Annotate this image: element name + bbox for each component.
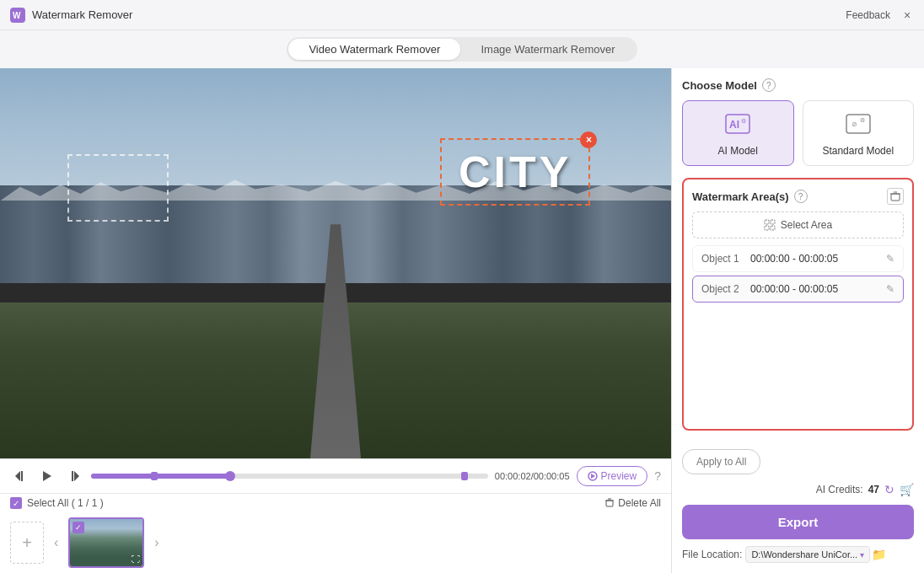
watermark-text: CITY [459, 147, 572, 197]
object1-edit-icon[interactable]: ✎ [886, 253, 894, 265]
svg-rect-18 [891, 194, 900, 201]
trim-left-handle[interactable] [151, 472, 158, 480]
object2-label: Object 2 [701, 283, 744, 295]
play-button[interactable] [37, 466, 57, 486]
svg-text:⊘: ⊘ [851, 120, 857, 128]
ai-credits-label: AI Credits: [816, 484, 863, 495]
object1-time: 00:00:00 - 00:00:05 [750, 253, 886, 265]
thumbnail-item[interactable]: ✓ ⛶ [68, 517, 144, 568]
file-path: D:\Wondershare UniCor... ▾ 📁 [745, 546, 914, 563]
close-button[interactable]: × [900, 8, 914, 22]
object-row-1[interactable]: Object 1 00:00:00 - 00:00:05 ✎ [692, 245, 904, 272]
standard-model-label: Standard Model [822, 145, 894, 157]
ai-model-card[interactable]: AI ⚙ AI Model [682, 100, 794, 166]
refresh-icon[interactable]: ↻ [884, 483, 894, 496]
filmstrip-top: ✓ Select All ( 1 / 1 ) Delete All [0, 493, 671, 512]
svg-marker-5 [74, 471, 79, 481]
progress-handle[interactable] [225, 471, 235, 481]
file-path-value: D:\Wondershare UniCor... [751, 549, 857, 560]
object2-time: 00:00:00 - 00:00:05 [750, 283, 886, 295]
delete-all-label: Delete All [618, 497, 661, 509]
video-panel: CITY × 00:00:02/00:00:05 [0, 68, 671, 573]
tab-video[interactable]: Video Watermark Remover [288, 39, 460, 60]
road [310, 224, 361, 458]
watermark-areas-title: Watermark Area(s) [692, 190, 789, 203]
main-content: CITY × 00:00:02/00:00:05 [0, 68, 924, 573]
watermark-overlay[interactable]: CITY × [440, 138, 590, 206]
video-controls: 00:00:02/00:00:05 Preview ? [0, 458, 671, 493]
folder-icon[interactable]: 📁 [872, 548, 886, 561]
svg-marker-8 [591, 474, 595, 479]
select-all-label: Select All ( 1 / 1 ) [27, 497, 104, 509]
file-path-text[interactable]: D:\Wondershare UniCor... ▾ [745, 546, 870, 563]
tab-group: Video Watermark Remover Image Watermark … [287, 37, 637, 62]
watermark-title-group: Watermark Area(s) ? [692, 190, 808, 203]
skip-forward-button[interactable] [64, 466, 84, 486]
choose-model-header: Choose Model ? [682, 78, 914, 92]
select-all-checkbox[interactable]: ✓ Select All ( 1 / 1 ) [10, 497, 104, 509]
svg-marker-4 [43, 471, 51, 481]
svg-rect-3 [21, 471, 23, 481]
tab-image[interactable]: Image Watermark Remover [460, 39, 635, 60]
select-area-button[interactable]: Select Area [692, 212, 904, 238]
right-panel: Choose Model ? AI ⚙ AI Model [671, 68, 924, 573]
standard-model-card[interactable]: ⊘ ⚙ Standard Model [803, 100, 915, 166]
svg-rect-21 [765, 220, 769, 224]
select-area-label: Select Area [781, 219, 832, 231]
object2-edit-icon[interactable]: ✎ [886, 283, 894, 295]
ai-credits: AI Credits: 47 ↻ 🛒 [682, 483, 914, 496]
choose-model-title: Choose Model [682, 79, 757, 92]
ai-credits-value: 47 [868, 484, 879, 495]
tab-bar: Video Watermark Remover Image Watermark … [0, 30, 924, 68]
cart-icon[interactable]: 🛒 [900, 483, 914, 496]
road-scene [0, 68, 671, 458]
watermark-areas-help[interactable]: ? [794, 190, 808, 203]
preview-button[interactable]: Preview [577, 466, 648, 486]
choose-model-help[interactable]: ? [762, 78, 776, 92]
help-icon[interactable]: ? [654, 469, 661, 483]
expand-icon[interactable]: ⛶ [132, 554, 140, 564]
export-button[interactable]: Export [682, 505, 914, 539]
add-video-button[interactable]: + [10, 522, 44, 564]
apply-to-all-container: Apply to All [682, 439, 914, 474]
svg-text:AI: AI [729, 119, 739, 131]
ai-model-label: AI Model [718, 145, 758, 157]
select-all-check[interactable]: ✓ [10, 497, 22, 509]
object1-label: Object 1 [701, 253, 744, 265]
svg-text:W: W [13, 11, 21, 20]
svg-rect-15 [846, 115, 870, 133]
selection-box[interactable] [67, 154, 169, 222]
svg-rect-9 [606, 501, 613, 506]
svg-rect-6 [72, 471, 73, 481]
svg-text:⚙: ⚙ [860, 117, 865, 123]
filmstrip-next-arrow[interactable]: › [151, 535, 162, 550]
progress-bar[interactable] [91, 474, 488, 479]
svg-rect-24 [771, 226, 775, 230]
title-bar-right: Feedback × [846, 8, 914, 22]
skip-back-button[interactable] [10, 466, 30, 486]
title-bar: W Watermark Remover Feedback × [0, 0, 924, 30]
file-location: File Location: D:\Wondershare UniCor... … [682, 546, 914, 563]
trim-right-handle[interactable] [461, 472, 468, 480]
apply-to-all-button[interactable]: Apply to All [682, 449, 760, 474]
thumbnail-checkbox[interactable]: ✓ [73, 522, 84, 533]
svg-rect-23 [765, 226, 769, 230]
watermark-areas-header: Watermark Area(s) ? [692, 188, 904, 205]
object-row-2[interactable]: Object 2 00:00:00 - 00:00:05 ✎ [692, 276, 904, 303]
path-dropdown-icon[interactable]: ▾ [860, 550, 864, 560]
filmstrip-prev-arrow[interactable]: ‹ [51, 535, 62, 550]
app-icon: W [10, 8, 25, 23]
model-options: AI ⚙ AI Model ⊘ ⚙ Standard Model [682, 100, 914, 166]
feedback-link[interactable]: Feedback [846, 9, 890, 21]
delete-all-button[interactable]: Delete All [604, 497, 661, 509]
svg-rect-22 [771, 220, 775, 224]
watermark-areas-section: Watermark Area(s) ? [682, 178, 914, 431]
app-title: Watermark Remover [32, 8, 132, 21]
title-bar-left: W Watermark Remover [10, 8, 132, 23]
svg-marker-2 [15, 471, 20, 481]
video-area: CITY × [0, 68, 671, 458]
svg-text:⚙: ⚙ [741, 118, 746, 124]
preview-label: Preview [601, 470, 637, 482]
right-bottom: AI Credits: 47 ↻ 🛒 Export File Location:… [682, 474, 914, 563]
clear-all-button[interactable] [887, 188, 904, 205]
